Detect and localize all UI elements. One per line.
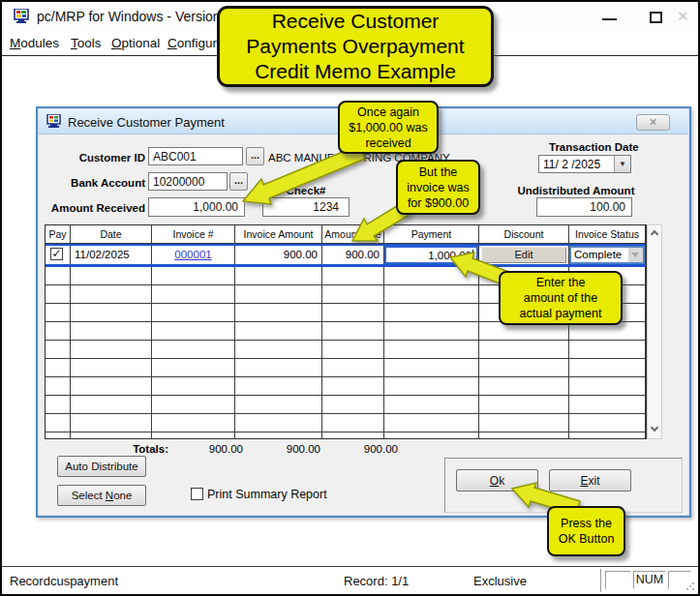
ok-button[interactable]: Ok xyxy=(456,469,538,492)
status-bar: Recordcuspayment Record: 1/1 Exclusive N… xyxy=(2,566,698,594)
status-record: Record: 1/1 xyxy=(344,574,409,588)
status-separator xyxy=(600,569,601,592)
pay-checkbox[interactable]: ✓ xyxy=(50,248,63,260)
payment-input[interactable]: 1,000.00 xyxy=(384,246,478,264)
status-dropdown-arrow-icon[interactable] xyxy=(628,248,643,262)
callout-enter-amount: Enter the amount of the actual payment xyxy=(499,271,623,325)
column-header-invoice-status: Invoice Status xyxy=(569,225,646,244)
totals-label: Totals: xyxy=(96,443,168,455)
close-icon[interactable]: ✕ xyxy=(677,8,689,25)
invoice-amount-cell: 900.00 xyxy=(235,246,322,264)
app-window: pc/MRP for Windows - Version 9.70I ✕ Mod… xyxy=(0,0,700,596)
dialog-title: Receive Customer Payment xyxy=(68,115,225,130)
invoice-status-dropdown[interactable]: Complete xyxy=(569,246,645,264)
table-row-empty xyxy=(46,414,646,432)
grid-vertical-scrollbar[interactable] xyxy=(647,224,662,439)
table-row-empty xyxy=(46,359,646,377)
check-number-label: Check# xyxy=(262,185,350,196)
status-indicator-empty-1 xyxy=(605,571,631,589)
totals-amount-due: 900.00 xyxy=(262,443,320,455)
menu-item-modules[interactable]: Modules xyxy=(10,36,59,50)
column-header-invoice: Invoice # xyxy=(152,225,235,244)
auto-distribute-button[interactable]: Auto Distribute xyxy=(57,456,146,477)
select-none-button[interactable]: Select None xyxy=(57,485,146,506)
column-header-payment: Payment xyxy=(384,225,479,244)
exit-button[interactable]: Exit xyxy=(549,469,631,492)
callout-invoice-was: But the invoice was for $900.00 xyxy=(396,160,480,215)
transaction-date-picker[interactable]: 11/ 2 /2025 ▼ xyxy=(538,155,631,173)
undistributed-amount-field[interactable]: 100.00 xyxy=(536,197,632,217)
discount-edit-button[interactable]: Edit xyxy=(481,247,566,263)
scroll-up-icon[interactable] xyxy=(648,226,661,241)
amount-due-cell: 900.00 xyxy=(322,246,384,264)
dialog-close-icon[interactable]: ✕ xyxy=(636,114,670,131)
totals-payment: 900.00 xyxy=(340,443,398,455)
column-header-date: Date xyxy=(71,225,152,244)
date-cell: 11/02/2025 xyxy=(71,246,152,264)
customer-browse-button[interactable]: ... xyxy=(246,147,264,165)
bank-account-browse-button[interactable]: ... xyxy=(229,172,248,191)
payment-cell-wrap: 1,000.00 xyxy=(384,246,479,264)
column-header-amount-due: Amount Due xyxy=(322,225,384,244)
totals-invoice-amount: 900.00 xyxy=(185,443,243,455)
callout-heading: Receive Customer Payments Overpayment Cr… xyxy=(217,6,494,87)
status-num-indicator: NUM xyxy=(633,571,666,589)
callout-press-ok: Press the OK Button xyxy=(547,506,625,556)
table-row-empty xyxy=(46,341,646,359)
status-mode: Exclusive xyxy=(473,574,527,588)
print-summary-label: Print Summary Report xyxy=(207,488,327,501)
minimize-icon[interactable] xyxy=(602,18,617,20)
print-summary-checkbox[interactable] xyxy=(191,488,203,500)
column-header-pay: Pay xyxy=(46,225,71,244)
invoice-status-cell: Complete xyxy=(569,246,646,264)
customer-id-field[interactable]: ABC001 xyxy=(148,147,243,165)
amount-received-field[interactable]: 1,000.00 xyxy=(148,197,245,217)
transaction-date-value: 11/ 2 /2025 xyxy=(543,157,600,172)
scroll-down-icon[interactable] xyxy=(648,423,661,437)
bank-account-field[interactable]: 10200000 xyxy=(148,172,228,191)
column-header-invoice-amount: Invoice Amount xyxy=(235,225,322,244)
maximize-icon[interactable] xyxy=(650,12,662,23)
menu-item-tools[interactable]: Tools xyxy=(71,36,102,50)
transaction-date-label: Transaction Date xyxy=(549,141,639,153)
payments-grid: Pay Date Invoice # Invoice Amount Amount… xyxy=(45,224,647,439)
table-row-empty xyxy=(46,432,646,439)
table-row-empty xyxy=(46,377,646,396)
invoice-number-link[interactable]: 000001 xyxy=(152,246,235,264)
resize-grip[interactable] xyxy=(685,581,695,591)
amount-received-label: Amount Received xyxy=(49,202,145,214)
table-row-empty xyxy=(46,396,646,414)
text-caret xyxy=(472,250,473,261)
dialog-icon xyxy=(46,114,62,133)
discount-cell: Edit xyxy=(479,246,569,264)
pay-cell: ✓ xyxy=(46,246,71,264)
app-icon xyxy=(14,9,31,28)
dropdown-arrow-icon[interactable]: ▼ xyxy=(614,156,630,172)
undistributed-amount-label: Undistributed Amount xyxy=(493,185,659,196)
check-number-field[interactable]: 1234 xyxy=(262,197,350,217)
column-header-discount: Discount xyxy=(479,225,569,244)
menu-item-configuration[interactable]: Configura xyxy=(167,36,225,50)
table-row: ✓ 11/02/2025 000001 900.00 900.00 1,000.… xyxy=(46,244,646,267)
menu-item-optional[interactable]: Optional xyxy=(111,36,160,50)
grid-header-row: Pay Date Invoice # Invoice Amount Amount… xyxy=(46,225,646,244)
customer-id-label: Customer ID xyxy=(49,152,145,164)
callout-once-again: Once again $1,000.00 was received xyxy=(338,101,439,154)
bank-account-label: Bank Account xyxy=(49,177,145,189)
status-context: Recordcuspayment xyxy=(10,574,118,588)
